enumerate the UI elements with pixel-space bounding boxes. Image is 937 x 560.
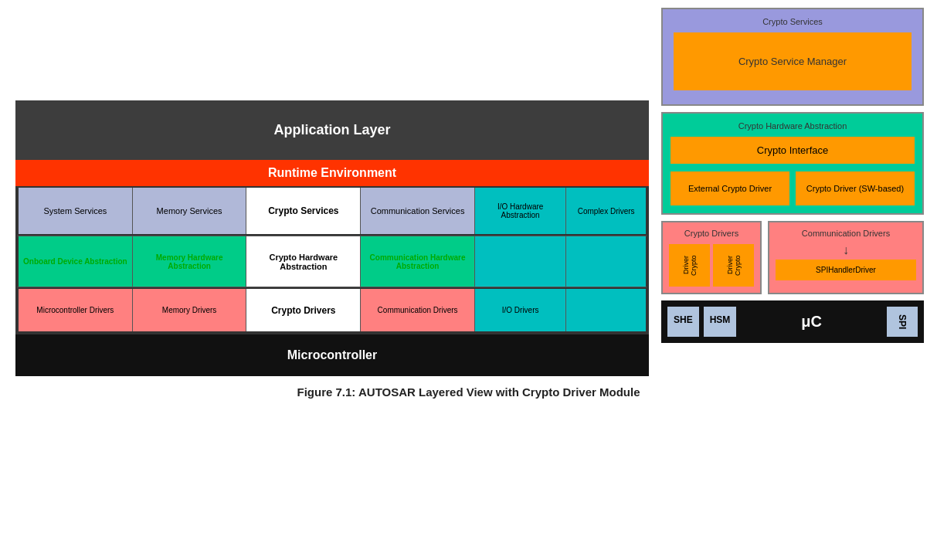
crypto-interface-bar: Crypto Interface — [670, 137, 915, 164]
crypto-driver-1: Crypto Driver — [669, 244, 710, 287]
drv-complex-col — [566, 289, 646, 331]
services-wrapper: System Services Memory Services Crypto S… — [15, 186, 649, 334]
drv-comm: Communication Drivers — [361, 289, 474, 331]
crypto-services-header: Crypto Services — [246, 188, 360, 234]
memory-services-header: Memory Services — [133, 188, 246, 234]
drv-system-col: Microcontroller Drivers — [19, 289, 133, 331]
col-io: I/O Hardware Abstraction — [475, 188, 566, 234]
app-layer: Application Layer — [15, 100, 649, 160]
abs-memory: Memory Hardware Abstraction — [133, 236, 246, 287]
uc-hsm: HSM — [704, 307, 737, 337]
drv-io: I/O Drivers — [475, 289, 565, 331]
uc-spi: SPI — [887, 307, 918, 337]
runtime-env: Runtime Environment — [15, 160, 649, 186]
drv-crypto: Crypto Drivers — [246, 289, 360, 331]
right-crypto-hw-abs: Crypto Hardware Abstraction Crypto Inter… — [661, 112, 924, 215]
abs-crypto-col: Crypto Hardware Abstraction — [246, 236, 361, 287]
crypto-drivers-title: Crypto Drivers — [669, 229, 754, 238]
right-crypto-services: Crypto Services Crypto Service Manager — [661, 8, 924, 106]
abs-complex — [566, 236, 646, 287]
col-crypto: Crypto Services — [246, 188, 361, 234]
drv-system: Microcontroller Drivers — [19, 289, 132, 331]
uc-she: SHE — [667, 307, 699, 337]
system-services-header: System Services — [19, 188, 132, 234]
col-comm: Communication Services — [361, 188, 475, 234]
abs-system-col: Onboard Device Abstraction — [19, 236, 133, 287]
io-hw-abs-header: I/O Hardware Abstraction — [475, 188, 565, 234]
microcontroller-bar: Microcontroller — [15, 334, 649, 376]
services-row-abstraction: Onboard Device Abstraction Memory Hardwa… — [17, 236, 647, 287]
abs-comm-col: Communication Hardware Abstraction — [361, 236, 475, 287]
uc-bar: SHE HSM μC SPI — [661, 300, 924, 343]
small-driver-boxes: Crypto Driver Crypto Driver — [669, 244, 754, 287]
right-diagram: Crypto Services Crypto Service Manager C… — [661, 8, 924, 343]
figure-caption: Figure 7.1: AUTOSAR Layered View with Cr… — [297, 385, 640, 399]
spi-handler: SPIHandlerDriver — [776, 260, 916, 280]
drv-memory-col: Memory Drivers — [133, 289, 247, 331]
drv-complex — [566, 289, 646, 331]
external-crypto-driver: External Crypto Driver — [670, 171, 789, 205]
col-system: System Services — [19, 188, 133, 234]
crypto-service-manager: Crypto Service Manager — [674, 32, 912, 90]
driver-boxes-row: External Crypto Driver Crypto Driver (SW… — [670, 171, 915, 205]
abs-complex-col — [566, 236, 646, 287]
comm-services-header: Communication Services — [361, 188, 474, 234]
bottom-drivers-row: Crypto Drivers Crypto Driver Crypto Driv… — [661, 221, 924, 294]
crypto-driver-2: Crypto Driver — [713, 244, 754, 287]
drv-crypto-col: Crypto Drivers — [246, 289, 361, 331]
abs-memory-col: Memory Hardware Abstraction — [133, 236, 247, 287]
uc-center: μC — [741, 307, 882, 337]
crypto-services-title: Crypto Services — [670, 17, 915, 26]
col-complex: Complex Drivers — [566, 188, 646, 234]
abs-io-col — [475, 236, 566, 287]
drv-memory: Memory Drivers — [133, 289, 246, 331]
abs-system: Onboard Device Abstraction — [19, 236, 132, 287]
main-container: Application Layer Runtime Environment Sy… — [15, 8, 922, 376]
abs-io — [475, 236, 565, 287]
left-diagram: Application Layer Runtime Environment Sy… — [15, 8, 649, 376]
services-row-header: System Services Memory Services Crypto S… — [17, 186, 647, 236]
abs-crypto: Crypto Hardware Abstraction — [246, 236, 360, 287]
crypto-hw-abs-title: Crypto Hardware Abstraction — [670, 121, 915, 131]
sw-crypto-driver: Crypto Driver (SW-based) — [796, 171, 915, 205]
services-row-drivers: Microcontroller Drivers Memory Drivers C… — [17, 287, 647, 333]
comm-drivers-title: Communication Drivers — [776, 229, 916, 238]
col-memory: Memory Services — [133, 188, 247, 234]
right-crypto-drivers: Crypto Drivers Crypto Driver Crypto Driv… — [661, 221, 762, 294]
drv-comm-col: Communication Drivers — [361, 289, 475, 331]
arrow-down-icon: ↓ — [776, 244, 916, 256]
abs-comm: Communication Hardware Abstraction — [361, 236, 474, 287]
drv-io-col: I/O Drivers — [475, 289, 566, 331]
complex-drivers-header: Complex Drivers — [566, 188, 646, 234]
right-comm-drivers: Communication Drivers ↓ SPIHandlerDriver — [768, 221, 924, 294]
